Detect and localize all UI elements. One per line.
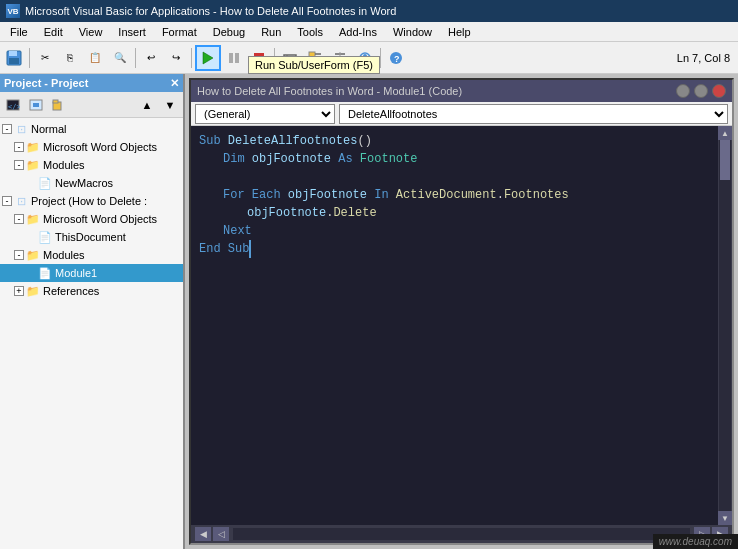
- tree-this-document[interactable]: 📄 ThisDocument: [0, 228, 183, 246]
- toolbar-pause-btn[interactable]: [222, 46, 246, 70]
- expand-project-word-objects[interactable]: -: [14, 214, 24, 224]
- code-bottom-bar: ◀ ◁ ▷ ▶: [191, 525, 732, 543]
- normal-modules-label: Modules: [43, 159, 85, 171]
- project-panel: Project - Project ✕ </> ▲ ▼ - ⊡: [0, 74, 185, 549]
- code-panel-window-buttons: [676, 84, 726, 98]
- toolbar-help-btn[interactable]: ?: [384, 46, 408, 70]
- tree-project-word-objects[interactable]: - 📁 Microsoft Word Objects: [0, 210, 183, 228]
- menu-bar: File Edit View Insert Format Debug Run T…: [0, 22, 738, 42]
- code-editor[interactable]: Sub DeleteAllfootnotes() Dim objFootnote…: [191, 126, 718, 525]
- project-main-label: Project (How to Delete :: [31, 195, 147, 207]
- menu-help[interactable]: Help: [440, 24, 479, 40]
- tree-references[interactable]: + 📁 References: [0, 282, 183, 300]
- project-word-folder-icon: 📁: [26, 212, 40, 226]
- app-icon: VB: [6, 4, 20, 18]
- svg-marker-3: [203, 52, 213, 64]
- code-line-1: Sub DeleteAllfootnotes(): [199, 132, 710, 150]
- toolbar-separator-5: [380, 48, 381, 68]
- code-line-6: Next: [199, 222, 710, 240]
- code-procedure-dropdown[interactable]: DeleteAllfootnotes: [339, 104, 728, 124]
- expand-project-modules[interactable]: -: [14, 250, 24, 260]
- normal-word-folder-icon: 📁: [26, 140, 40, 154]
- project-main-icon: ⊡: [14, 194, 28, 208]
- tree-normal-modules[interactable]: - 📁 Modules: [0, 156, 183, 174]
- menu-run[interactable]: Run: [253, 24, 289, 40]
- toolbar-separator-1: [29, 48, 30, 68]
- toolbar-cut-btn[interactable]: ✂: [33, 46, 57, 70]
- code-dropdowns: (General) DeleteAllfootnotes: [191, 102, 732, 126]
- code-area-wrapper: Sub DeleteAllfootnotes() Dim objFootnote…: [191, 126, 732, 525]
- project-close-btn[interactable]: ✕: [170, 77, 179, 90]
- code-line-5: objFootnote.Delete: [199, 204, 710, 222]
- code-close-btn[interactable]: [712, 84, 726, 98]
- code-scrollbar-horizontal[interactable]: [233, 528, 690, 540]
- toolbar-status: Ln 7, Col 8: [677, 52, 730, 64]
- menu-tools[interactable]: Tools: [289, 24, 331, 40]
- project-title-text: Project - Project: [4, 77, 88, 89]
- code-maximize-btn[interactable]: [694, 84, 708, 98]
- toolbar-find-btn[interactable]: 🔍: [108, 46, 132, 70]
- toolbar-separator-3: [191, 48, 192, 68]
- expand-normal-word-objects[interactable]: -: [14, 142, 24, 152]
- tree-module1[interactable]: 📄 Module1: [0, 264, 183, 282]
- code-line-4: For Each objFootnote In ActiveDocument.F…: [199, 186, 710, 204]
- project-view-code-btn[interactable]: </>: [2, 94, 24, 116]
- toolbar-paste-btn[interactable]: 📋: [83, 46, 107, 70]
- tree-normal-word-objects[interactable]: - 📁 Microsoft Word Objects: [0, 138, 183, 156]
- toolbar-save-btn[interactable]: [2, 46, 26, 70]
- tree-project-main[interactable]: - ⊡ Project (How to Delete :: [0, 192, 183, 210]
- new-macros-icon: 📄: [38, 176, 52, 190]
- code-minimize-btn[interactable]: [676, 84, 690, 98]
- toolbar-run-btn[interactable]: [195, 45, 221, 71]
- tree-normal[interactable]: - ⊡ Normal: [0, 120, 183, 138]
- module1-label: Module1: [55, 267, 97, 279]
- toolbar-separator-2: [135, 48, 136, 68]
- expand-references[interactable]: +: [14, 286, 24, 296]
- this-document-label: ThisDocument: [55, 231, 126, 243]
- project-scroll-up-btn[interactable]: ▲: [136, 94, 158, 116]
- normal-label: Normal: [31, 123, 66, 135]
- scrollbar-track[interactable]: [719, 140, 731, 511]
- project-toggle-folders-btn[interactable]: [48, 94, 70, 116]
- menu-edit[interactable]: Edit: [36, 24, 71, 40]
- code-panel-titlebar: How to Delete All Footnotes in Word - Mo…: [191, 80, 732, 102]
- code-object-dropdown[interactable]: (General): [195, 104, 335, 124]
- scrollbar-up-btn[interactable]: ▲: [718, 126, 732, 140]
- references-folder-icon: 📁: [26, 284, 40, 298]
- menu-insert[interactable]: Insert: [110, 24, 154, 40]
- code-bottom-left2-btn[interactable]: ◁: [213, 527, 229, 541]
- toolbar-redo-btn[interactable]: ↪: [164, 46, 188, 70]
- svg-rect-24: [33, 103, 39, 107]
- expand-project-main[interactable]: -: [2, 196, 12, 206]
- expand-normal[interactable]: -: [2, 124, 12, 134]
- normal-word-objects-label: Microsoft Word Objects: [43, 141, 157, 153]
- code-panel: How to Delete All Footnotes in Word - Mo…: [189, 78, 734, 545]
- code-line-3: [199, 168, 710, 186]
- tree-project-modules[interactable]: - 📁 Modules: [0, 246, 183, 264]
- run-tooltip: Run Sub/UserForm (F5): [248, 56, 380, 74]
- menu-window[interactable]: Window: [385, 24, 440, 40]
- menu-format[interactable]: Format: [154, 24, 205, 40]
- scrollbar-down-btn[interactable]: ▼: [718, 511, 732, 525]
- menu-view[interactable]: View: [71, 24, 111, 40]
- toolbar-undo-btn[interactable]: ↩: [139, 46, 163, 70]
- scrollbar-thumb[interactable]: [720, 140, 730, 180]
- code-line-2: Dim objFootnote As Footnote: [199, 150, 710, 168]
- project-modules-folder-icon: 📁: [26, 248, 40, 262]
- code-bottom-left-btn[interactable]: ◀: [195, 527, 211, 541]
- svg-text:</>: </>: [8, 103, 20, 111]
- expand-normal-modules[interactable]: -: [14, 160, 24, 170]
- code-scrollbar-vertical: ▲ ▼: [718, 126, 732, 525]
- watermark: www.deuaq.com: [653, 534, 738, 549]
- menu-file[interactable]: File: [2, 24, 36, 40]
- tree-new-macros[interactable]: 📄 NewMacros: [0, 174, 183, 192]
- normal-modules-folder-icon: 📁: [26, 158, 40, 172]
- project-scroll-down-btn[interactable]: ▼: [159, 94, 181, 116]
- menu-addins[interactable]: Add-Ins: [331, 24, 385, 40]
- code-line-7: End Sub: [199, 240, 710, 258]
- project-view-object-btn[interactable]: [25, 94, 47, 116]
- toolbar-copy-btn[interactable]: ⎘: [58, 46, 82, 70]
- menu-debug[interactable]: Debug: [205, 24, 253, 40]
- normal-proj-icon: ⊡: [14, 122, 28, 136]
- project-toolbar: </> ▲ ▼: [0, 92, 183, 118]
